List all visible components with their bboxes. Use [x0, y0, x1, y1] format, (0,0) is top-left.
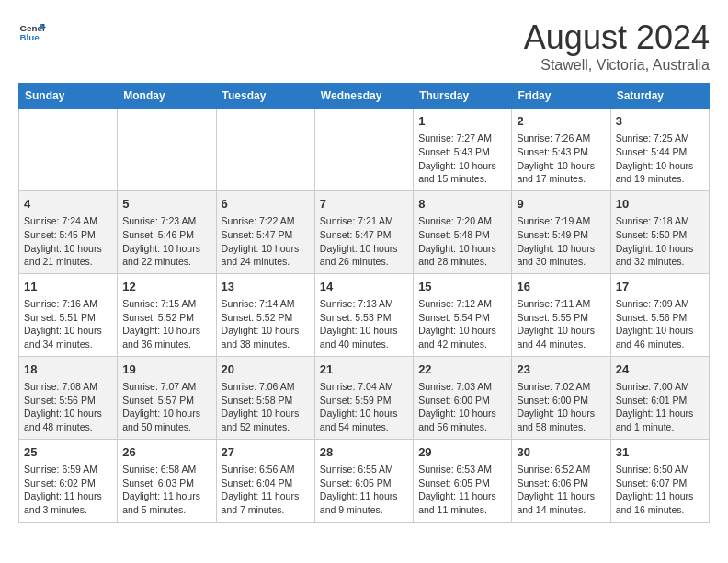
day-info-line: Daylight: 10 hours	[24, 324, 112, 338]
day-info-line: Sunrise: 6:58 AM	[122, 463, 210, 477]
calendar-cell: 30Sunrise: 6:52 AMSunset: 6:06 PMDayligh…	[512, 439, 610, 522]
day-info-line: Daylight: 10 hours	[320, 242, 408, 256]
calendar-cell: 26Sunrise: 6:58 AMSunset: 6:03 PMDayligh…	[118, 439, 216, 522]
day-info-line: Sunrise: 7:14 AM	[222, 297, 310, 311]
day-info-line: Sunrise: 7:06 AM	[222, 380, 310, 394]
calendar-cell: 16Sunrise: 7:11 AMSunset: 5:55 PMDayligh…	[512, 273, 610, 356]
day-number: 5	[122, 196, 210, 213]
day-info-line: Daylight: 10 hours	[418, 242, 506, 256]
header-day-tuesday: Tuesday	[216, 84, 314, 109]
day-info-line: Daylight: 11 hours	[122, 489, 210, 503]
calendar-cell: 7Sunrise: 7:21 AMSunset: 5:47 PMDaylight…	[314, 190, 413, 273]
day-info-line: Daylight: 10 hours	[517, 324, 605, 338]
day-info-line: Sunrise: 7:24 AM	[24, 214, 112, 228]
day-number: 27	[222, 444, 310, 461]
header-day-thursday: Thursday	[414, 84, 512, 109]
day-number: 26	[122, 444, 210, 461]
calendar-cell: 13Sunrise: 7:14 AMSunset: 5:52 PMDayligh…	[216, 273, 314, 356]
day-info-line: Daylight: 10 hours	[418, 324, 506, 338]
day-info-line: Sunset: 5:47 PM	[320, 228, 408, 242]
day-number: 10	[616, 196, 704, 213]
day-info-line: Sunrise: 7:18 AM	[616, 214, 704, 228]
day-info-line: Sunset: 5:56 PM	[616, 311, 704, 325]
day-info-line: Daylight: 10 hours	[517, 242, 605, 256]
day-info-line: Sunset: 5:55 PM	[517, 311, 605, 325]
day-info-line: Sunset: 5:58 PM	[222, 394, 310, 408]
day-info-line: Sunset: 5:46 PM	[122, 228, 210, 242]
day-info-line: and 46 minutes.	[616, 338, 704, 351]
day-number: 4	[24, 196, 112, 213]
day-info-line: Sunrise: 6:53 AM	[418, 463, 506, 477]
calendar-cell: 10Sunrise: 7:18 AMSunset: 5:50 PMDayligh…	[610, 190, 709, 273]
day-info-line: Sunrise: 6:52 AM	[517, 463, 605, 477]
day-number: 12	[122, 279, 210, 295]
calendar-cell: 4Sunrise: 7:24 AMSunset: 5:45 PMDaylight…	[19, 190, 118, 273]
title-block: August 2024 Stawell, Victoria, Australia	[524, 18, 710, 74]
day-info-line: Sunset: 5:56 PM	[24, 394, 112, 408]
calendar-week-2: 4Sunrise: 7:24 AMSunset: 5:45 PMDaylight…	[19, 190, 710, 273]
day-info-line: Sunrise: 7:04 AM	[320, 380, 408, 394]
day-info-line: Sunset: 5:48 PM	[418, 228, 506, 242]
day-number: 18	[24, 362, 112, 378]
day-info-line: Sunset: 6:05 PM	[418, 477, 506, 490]
day-number: 1	[418, 113, 506, 130]
calendar-cell: 2Sunrise: 7:26 AMSunset: 5:43 PMDaylight…	[512, 109, 610, 191]
day-info-line: and 1 minute.	[616, 420, 704, 434]
header-day-monday: Monday	[118, 84, 216, 109]
day-info-line: and 3 minutes.	[24, 503, 112, 517]
day-number: 7	[320, 196, 408, 213]
day-number: 8	[418, 196, 506, 213]
day-info-line: and 15 minutes.	[418, 172, 506, 186]
day-number: 6	[222, 196, 310, 213]
day-info-line: and 19 minutes.	[616, 172, 704, 186]
day-info-line: and 24 minutes.	[222, 255, 310, 269]
calendar-cell	[118, 109, 216, 191]
day-info-line: Sunrise: 6:50 AM	[616, 463, 704, 477]
day-info-line: Sunrise: 7:25 AM	[616, 132, 704, 145]
day-info-line: and 9 minutes.	[320, 503, 408, 517]
day-info-line: Sunset: 6:00 PM	[517, 394, 605, 408]
day-number: 21	[320, 362, 408, 378]
day-info-line: Daylight: 10 hours	[616, 159, 704, 173]
day-info-line: Daylight: 10 hours	[320, 407, 408, 420]
day-info-line: Daylight: 11 hours	[616, 407, 704, 420]
day-info-line: Sunset: 6:03 PM	[122, 477, 210, 490]
day-info-line: and 17 minutes.	[517, 172, 605, 186]
page-title: August 2024	[524, 18, 710, 57]
day-info-line: Sunset: 5:53 PM	[320, 311, 408, 325]
day-info-line: and 38 minutes.	[222, 338, 310, 351]
day-number: 23	[517, 362, 605, 378]
day-number: 3	[616, 113, 704, 130]
day-info-line: Sunrise: 7:03 AM	[418, 380, 506, 394]
day-info-line: Daylight: 10 hours	[122, 407, 210, 420]
day-info-line: Sunset: 5:43 PM	[418, 145, 506, 159]
calendar-cell: 14Sunrise: 7:13 AMSunset: 5:53 PMDayligh…	[314, 273, 413, 356]
calendar-cell: 19Sunrise: 7:07 AMSunset: 5:57 PMDayligh…	[118, 356, 216, 439]
day-info-line: Sunset: 5:45 PM	[24, 228, 112, 242]
calendar-cell: 8Sunrise: 7:20 AMSunset: 5:48 PMDaylight…	[414, 190, 512, 273]
calendar-cell: 15Sunrise: 7:12 AMSunset: 5:54 PMDayligh…	[414, 273, 512, 356]
day-info-line: and 40 minutes.	[320, 338, 408, 351]
day-number: 15	[418, 279, 506, 295]
calendar-cell	[19, 109, 118, 191]
day-info-line: Daylight: 10 hours	[616, 242, 704, 256]
day-number: 9	[517, 196, 605, 213]
day-info-line: Sunset: 6:04 PM	[222, 477, 310, 490]
day-info-line: Sunset: 5:49 PM	[517, 228, 605, 242]
calendar-cell: 24Sunrise: 7:00 AMSunset: 6:01 PMDayligh…	[610, 356, 709, 439]
calendar-week-5: 25Sunrise: 6:59 AMSunset: 6:02 PMDayligh…	[19, 439, 710, 522]
day-info-line: Daylight: 10 hours	[517, 407, 605, 420]
day-info-line: Daylight: 10 hours	[320, 324, 408, 338]
day-number: 11	[24, 279, 112, 295]
day-info-line: Sunset: 5:50 PM	[616, 228, 704, 242]
calendar-cell: 18Sunrise: 7:08 AMSunset: 5:56 PMDayligh…	[19, 356, 118, 439]
calendar-cell: 31Sunrise: 6:50 AMSunset: 6:07 PMDayligh…	[610, 439, 709, 522]
day-info-line: and 16 minutes.	[616, 503, 704, 517]
day-info-line: Sunrise: 7:11 AM	[517, 297, 605, 311]
day-info-line: and 11 minutes.	[418, 503, 506, 517]
calendar-cell: 12Sunrise: 7:15 AMSunset: 5:52 PMDayligh…	[118, 273, 216, 356]
calendar-cell: 27Sunrise: 6:56 AMSunset: 6:04 PMDayligh…	[216, 439, 314, 522]
day-info-line: Daylight: 10 hours	[418, 159, 506, 173]
day-number: 17	[616, 279, 704, 295]
day-info-line: Sunrise: 7:15 AM	[122, 297, 210, 311]
